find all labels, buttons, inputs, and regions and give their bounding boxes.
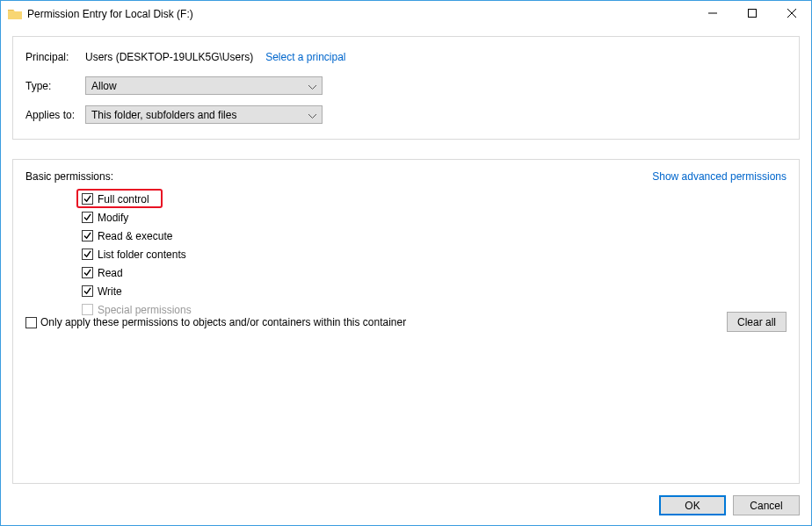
applies-to-value: This folder, subfolders and files [91,109,236,121]
window-title: Permission Entry for Local Disk (F:) [27,8,692,20]
permission-checkbox[interactable] [82,230,93,241]
clear-all-button[interactable]: Clear all [727,312,787,332]
type-select-value: Allow [91,80,117,92]
cancel-button[interactable]: Cancel [733,495,800,515]
permission-checkbox[interactable] [82,285,93,297]
permission-checkbox[interactable] [82,267,93,278]
cancel-label: Cancel [750,500,782,512]
window-controls [692,1,811,27]
principal-label: Principal: [25,51,85,63]
permission-label: Read & execute [98,230,172,242]
permission-label: Special permissions [98,304,192,316]
permission-checkbox [82,304,93,315]
folder-icon [8,8,22,20]
only-apply-row: Only apply these permissions to objects … [25,316,406,328]
permission-label: Modify [98,212,128,224]
select-principal-link[interactable]: Select a principal [265,51,345,63]
type-label: Type: [25,80,85,92]
permission-item: Read & execute [82,227,787,245]
permission-label: Full control [98,193,149,205]
close-button[interactable] [772,1,811,25]
principal-value: Users (DESKTOP-19ULK5G\Users) [85,51,253,63]
maximize-button[interactable] [732,1,772,25]
ok-button[interactable]: OK [659,495,726,515]
minimize-button[interactable] [692,1,732,25]
permission-label: List folder contents [98,249,186,261]
show-advanced-permissions-link[interactable]: Show advanced permissions [652,170,787,183]
content-area: Principal: Users (DESKTOP-19ULK5G\Users)… [1,27,811,484]
permission-item: Read [82,263,787,282]
permission-label: Read [98,267,123,279]
chevron-down-icon [308,109,316,121]
permission-checkbox[interactable] [82,249,93,260]
only-apply-label: Only apply these permissions to objects … [40,316,406,328]
only-apply-checkbox[interactable] [25,317,37,328]
permission-checkbox[interactable] [82,193,93,205]
permission-item: Modify [82,208,787,227]
permissions-list: Full controlModifyRead & executeList fol… [25,190,787,319]
permission-label: Write [98,285,122,298]
permission-checkbox[interactable] [82,212,93,223]
principal-panel: Principal: Users (DESKTOP-19ULK5G\Users)… [12,36,800,140]
applies-to-select[interactable]: This folder, subfolders and files [85,105,323,124]
applies-to-label: Applies to: [25,109,85,121]
clear-all-label: Clear all [737,316,776,328]
svg-rect-1 [748,10,756,18]
titlebar: Permission Entry for Local Disk (F:) [1,1,811,27]
type-select[interactable]: Allow [85,76,323,95]
permissions-panel: Basic permissions: Show advanced permiss… [12,159,800,484]
footer: OK Cancel [659,495,800,515]
permission-item: Write [82,282,787,300]
chevron-down-icon [308,80,316,92]
basic-permissions-label: Basic permissions: [25,170,113,183]
permission-item: List folder contents [82,245,787,263]
permission-item: Full control [82,190,787,208]
ok-label: OK [685,500,700,512]
